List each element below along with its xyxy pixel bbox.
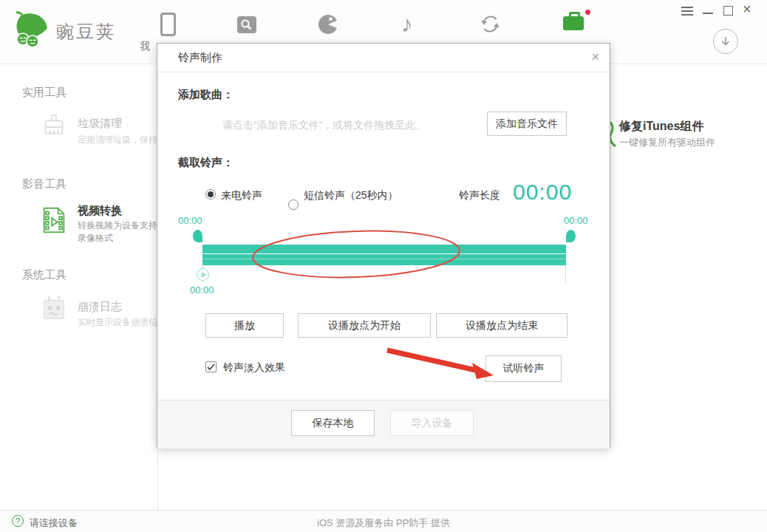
tab-games[interactable] — [318, 14, 338, 38]
preview-ringtone-button[interactable]: 试听铃声 — [485, 355, 562, 382]
music-note-icon: ♪ — [401, 11, 413, 37]
sidebar-item-video-convert[interactable]: 视频转换 转换视频为设备支持 录像格式 — [22, 202, 157, 247]
app-window: 豌豆荚 我 ♪ — [0, 0, 767, 532]
sidebar-section-system: 系统工具 — [22, 268, 67, 282]
add-song-label: 添加歌曲： — [178, 88, 233, 102]
drop-hint-text: 请点击“添加音乐文件”，或将文件拖拽至此。 — [222, 119, 426, 132]
playhead-time: 00:00 — [190, 284, 214, 296]
provider-text: iOS 资源及服务由 PP助手 提供 — [0, 516, 767, 530]
radio-sms-ringtone-label[interactable]: 短信铃声（25秒内） — [304, 189, 398, 202]
play-button[interactable]: 播放 — [205, 313, 284, 338]
crash-log-icon — [38, 291, 69, 325]
sidebar-item-title: 视频转换 — [78, 204, 122, 218]
trim-end-handle[interactable] — [566, 230, 576, 242]
close-icon: × — [591, 50, 599, 64]
radio-call-ringtone[interactable] — [205, 189, 216, 200]
download-manager-button[interactable] — [713, 29, 738, 54]
dialog-titlebar: 铃声制作 × — [157, 44, 610, 72]
tab-search[interactable] — [237, 16, 256, 36]
fade-in-checkbox[interactable] — [205, 361, 217, 372]
menu-button[interactable] — [681, 7, 693, 16]
waveform-midline — [202, 253, 566, 254]
menu-icon — [681, 7, 693, 16]
sidebar-item-subtitle2: 录像格式 — [78, 232, 157, 245]
sidebar-item-subtitle: 实时显示设备崩溃信 — [78, 316, 157, 329]
dialog-close-button[interactable]: × — [591, 50, 599, 64]
app-logo-text: 豌豆荚 — [56, 20, 116, 44]
tab-music[interactable]: ♪ — [401, 13, 413, 35]
check-icon — [207, 364, 215, 371]
sidebar-section-media: 影音工具 — [22, 177, 67, 191]
repair-itunes-title[interactable]: 修复iTunes组件 — [619, 119, 703, 134]
timeline-end-time: 00:00 — [564, 215, 588, 226]
waveform-bar[interactable] — [202, 245, 566, 265]
save-local-button[interactable]: 保存本地 — [291, 410, 375, 436]
sidebar-item-crash-log[interactable]: 崩溃日志 实时显示设备崩溃信 — [22, 291, 157, 332]
ringtone-maker-dialog: 铃声制作 × 添加歌曲： 请点击“添加音乐文件”，或将文件拖拽至此。 添加音乐文… — [157, 43, 610, 448]
status-bar: ? 请连接设备 iOS 资源及服务由 PP助手 提供 — [0, 510, 767, 532]
radio-sms-ringtone[interactable] — [288, 200, 299, 210]
playhead-marker[interactable] — [197, 268, 209, 281]
tab-my-device-label: 我 — [140, 40, 157, 53]
length-label: 铃声长度 — [459, 189, 500, 202]
dialog-title: 铃声制作 — [178, 51, 222, 65]
trash-brush-icon — [38, 111, 69, 143]
set-end-button[interactable]: 设播放点为结束 — [436, 313, 567, 338]
minimize-button[interactable] — [703, 13, 713, 14]
sync-icon — [480, 14, 500, 34]
notification-dot — [585, 10, 590, 15]
video-convert-icon — [38, 204, 69, 236]
toolbox-icon — [563, 16, 584, 30]
trim-start-handle[interactable] — [193, 230, 202, 242]
tab-my-device[interactable] — [160, 13, 176, 36]
sidebar-item-subtitle: 定期清理垃圾，保持 — [78, 134, 157, 146]
pea-pod-logo-icon — [13, 10, 52, 47]
radio-call-ringtone-label[interactable]: 来电铃声 — [221, 189, 262, 202]
sidebar-section-utility: 实用工具 — [22, 86, 67, 100]
circle-down-arrow-icon — [720, 35, 732, 47]
search-icon — [237, 16, 256, 33]
length-value: 00:00 — [513, 180, 572, 205]
fade-in-label[interactable]: 铃声淡入效果 — [223, 361, 285, 375]
maximize-button[interactable] — [723, 6, 733, 16]
game-pacman-icon — [318, 14, 338, 35]
add-music-file-button[interactable]: 添加音乐文件 — [487, 112, 567, 136]
sidebar-item-title: 垃圾清理 — [78, 117, 122, 131]
set-start-button[interactable]: 设播放点为开始 — [298, 313, 431, 338]
repair-itunes-subtitle: 一键修复所有驱动组件 — [619, 136, 715, 149]
import-device-button[interactable]: 导入设备 — [390, 410, 474, 436]
sidebar-item-title: 崩溃日志 — [78, 300, 122, 314]
clip-ringtone-label: 截取铃声： — [178, 156, 233, 170]
tab-toolbox[interactable] — [563, 16, 584, 30]
sidebar-item-trash-clean[interactable]: 垃圾清理 定期清理垃圾，保持 — [22, 109, 157, 148]
waveform-lowline — [202, 259, 566, 259]
dialog-footer — [157, 400, 610, 449]
minimize-icon — [703, 13, 713, 14]
phone-icon — [160, 13, 176, 36]
timeline-start-time: 00:00 — [178, 215, 202, 226]
app-logo — [13, 10, 52, 50]
sidebar-item-subtitle: 转换视频为设备支持 — [78, 219, 157, 232]
close-icon: × — [743, 1, 751, 17]
close-window-button[interactable]: × — [743, 1, 751, 18]
play-icon — [202, 272, 206, 278]
timeline-right-guide — [565, 265, 566, 282]
tab-sync[interactable] — [480, 14, 500, 37]
maximize-icon — [723, 6, 733, 16]
